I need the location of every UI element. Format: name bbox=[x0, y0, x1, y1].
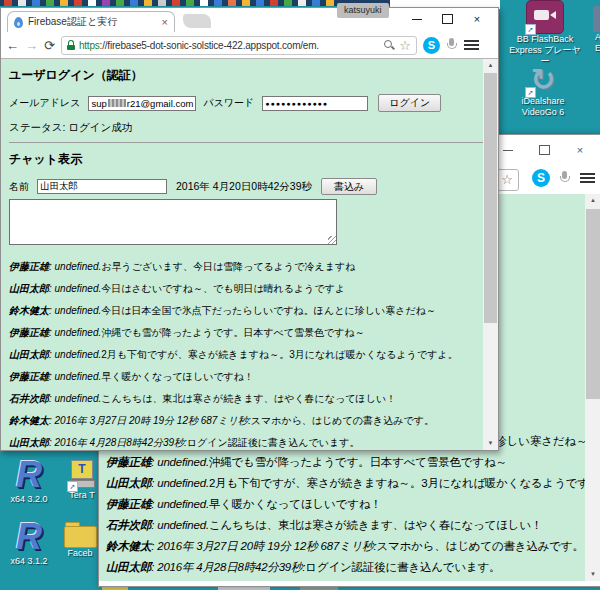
folder-body bbox=[64, 526, 97, 548]
bookmark-star-icon[interactable]: ☆ bbox=[399, 39, 411, 52]
email-input[interactable]: supr21@gmail.com bbox=[88, 96, 196, 111]
desktop-icon-folder[interactable]: Faceb bbox=[60, 522, 100, 559]
back-icon[interactable]: ← bbox=[6, 39, 19, 52]
icon-label: E bbox=[588, 43, 600, 54]
maximize-button[interactable] bbox=[529, 140, 559, 160]
scrollbar[interactable]: ▲ ▼ bbox=[483, 59, 498, 450]
icon-label: A bbox=[588, 32, 600, 43]
url-text[interactable]: https://firebase5-dot-sonic-solstice-422… bbox=[79, 40, 379, 51]
message-meta: : undefined. bbox=[151, 456, 209, 468]
redacted-email-segment bbox=[108, 99, 126, 107]
message-body: ログイン認証後に書き込んでいます。 bbox=[305, 561, 500, 573]
write-button[interactable]: 書込み bbox=[321, 178, 377, 195]
camera-lens-icon bbox=[550, 11, 556, 19]
scrollbar-thumb[interactable] bbox=[586, 209, 600, 399]
message-meta: : undefined. bbox=[49, 327, 101, 338]
reload-icon[interactable]: ⟳ bbox=[44, 39, 55, 52]
name-label: 名前 bbox=[9, 180, 29, 194]
tab-title: Firebase認証と実行 bbox=[28, 15, 162, 29]
scrollbar-thumb[interactable] bbox=[484, 73, 497, 323]
chat-textarea[interactable] bbox=[9, 199, 337, 245]
message-author: 石井次郎 bbox=[106, 519, 151, 531]
message-body: スマホから、はじめての書き込みです。 bbox=[377, 540, 584, 552]
scroll-down-icon[interactable]: ▼ bbox=[585, 568, 600, 581]
message-meta: : undefined. bbox=[49, 349, 101, 360]
chat-message: 伊藤正雄: undefined.早く暖かくなってほしいですね！ bbox=[106, 497, 583, 510]
chat-heading: チャット表示 bbox=[9, 151, 490, 168]
scroll-up-icon[interactable]: ▲ bbox=[585, 194, 600, 207]
background-tab-favicon bbox=[312, 0, 320, 6]
message-body: 早く暖かくなってほしいですね！ bbox=[101, 371, 254, 382]
message-author: 山田太郎 bbox=[106, 561, 151, 573]
skype-icon[interactable]: S bbox=[532, 169, 550, 187]
desktop-icon-teraterm[interactable]: T ➚ Tera T bbox=[62, 460, 102, 501]
message-body: ログイン認証後に書き込んでいます。 bbox=[187, 437, 360, 448]
login-heading: ユーザログイン（認証） bbox=[9, 67, 490, 84]
scroll-down-icon[interactable]: ▼ bbox=[483, 437, 498, 450]
message-meta: : undefined. bbox=[49, 393, 101, 404]
password-input[interactable]: ●●●●●●●●●●●● bbox=[262, 96, 368, 111]
maximize-button[interactable] bbox=[432, 9, 462, 29]
desktop-icon-r-320[interactable]: R x64 3.2.0 bbox=[2, 456, 56, 505]
chat-form-row: 名前 山田太郎 2016年 4月20日0時42分39秒 書込み bbox=[9, 178, 490, 195]
background-tab-favicon bbox=[32, 0, 40, 6]
desktop: ➚ BB FlashBack Express プレーヤー ↻ ➚ iDealsh… bbox=[0, 0, 600, 590]
new-tab-button[interactable] bbox=[183, 14, 211, 28]
background-tab-favicon bbox=[200, 0, 208, 6]
message-body: 2月も下旬ですが、寒さが続きますね～。3月になれば暖かくなるようですよ。 bbox=[101, 349, 458, 360]
close-button[interactable]: × bbox=[462, 9, 492, 29]
profile-badge[interactable]: katsuyuki bbox=[337, 3, 389, 18]
message-meta: : undefined. bbox=[151, 519, 209, 531]
browser-tab[interactable]: Firebase認証と実行 × bbox=[7, 11, 175, 32]
voice-search-icon[interactable] bbox=[446, 37, 458, 53]
message-body: 早く暖かくなってほしいですね！ bbox=[209, 498, 382, 510]
chat-message: 山田太郎: 2016年 4月28日8時42分39秒:ログイン認証後に書き込んでい… bbox=[9, 436, 490, 447]
minimize-button[interactable] bbox=[402, 9, 432, 29]
scroll-up-icon[interactable]: ▲ bbox=[483, 59, 498, 72]
shortcut-arrow-icon: ➚ bbox=[525, 87, 536, 98]
icon-label: iDealshare bbox=[505, 96, 581, 107]
main-browser-window: Firebase認証と実行 × × ← → ⟳ https://firebase… bbox=[0, 7, 499, 451]
forward-icon[interactable]: → bbox=[25, 39, 38, 52]
zoom-icon[interactable] bbox=[383, 39, 395, 51]
icon-label: BB FlashBack bbox=[505, 34, 585, 45]
tab-close-icon[interactable]: × bbox=[162, 17, 168, 28]
background-tab-favicon bbox=[298, 0, 306, 6]
message-author: 鈴木健太 bbox=[106, 540, 151, 552]
desktop-icon-idealshare[interactable]: ↻ ➚ iDealshare VideoGo 6 bbox=[505, 64, 581, 118]
desktop-icon-bb-flashback[interactable]: ➚ BB FlashBack Express プレーヤー bbox=[505, 0, 585, 67]
chat-message: 伊藤正雄: undefined.沖縄でも雪が降ったようです。日本すべて雪景色です… bbox=[9, 326, 490, 337]
message-meta: : 2016年 4月28日8時42分39秒: bbox=[151, 561, 305, 573]
login-button[interactable]: ログイン bbox=[378, 94, 441, 112]
close-button[interactable]: × bbox=[565, 140, 595, 160]
menu-icon[interactable] bbox=[464, 40, 479, 50]
chat-message: 伊藤正雄: undefined.お早うございます、今日は雪降ってるようで冷えます… bbox=[9, 260, 490, 271]
address-bar[interactable]: https://firebase5-dot-sonic-solstice-422… bbox=[61, 36, 417, 55]
background-tab-favicon bbox=[284, 0, 292, 6]
name-input[interactable]: 山田太郎 bbox=[37, 179, 167, 194]
desktop-icon-partial[interactable]: A E bbox=[588, 6, 600, 54]
desktop-icon-r-312[interactable]: R x64 3.1.2 bbox=[2, 518, 56, 567]
email-label: メールアドレス bbox=[9, 96, 80, 110]
terminal-screen-icon: T bbox=[71, 460, 93, 479]
background-tab-favicon bbox=[256, 0, 264, 6]
folder-icon bbox=[64, 522, 96, 548]
url-scheme: https bbox=[79, 40, 100, 51]
message-meta: : undefined. bbox=[49, 283, 101, 294]
message-meta: : 2016年 4月28日8時42分39秒: bbox=[49, 437, 187, 448]
message-meta: : undefined. bbox=[49, 371, 101, 382]
background-tab-favicon bbox=[270, 0, 278, 6]
message-author: 山田太郎 bbox=[9, 283, 49, 294]
padlock-icon bbox=[67, 40, 75, 50]
resize-grip-icon[interactable] bbox=[328, 236, 336, 244]
message-author: 山田太郎 bbox=[9, 437, 49, 448]
scrollbar[interactable]: ▲ ▼ bbox=[585, 194, 600, 581]
menu-icon[interactable] bbox=[580, 173, 595, 183]
voice-search-icon[interactable] bbox=[559, 170, 571, 186]
skype-icon[interactable]: S bbox=[423, 37, 440, 54]
background-tab-favicon bbox=[242, 0, 250, 6]
bookmark-star-icon[interactable]: ☆ bbox=[501, 172, 513, 187]
chat-message: 伊藤正雄: undefined.沖縄でも雪が降ったようです。日本すべて雪景色です… bbox=[106, 455, 583, 468]
page-content: ユーザログイン（認証） メールアドレス supr21@gmail.com パスワ… bbox=[1, 59, 498, 450]
message-body: 2月も下旬ですが、寒さが続きますね～。3月になれば暖かくなるようですよ。 bbox=[209, 477, 600, 489]
